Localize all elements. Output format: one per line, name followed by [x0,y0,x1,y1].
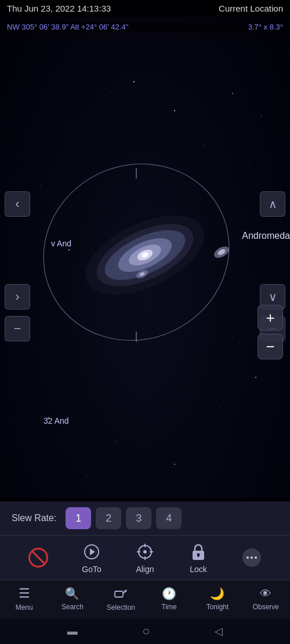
observe-label: Observe [253,603,279,611]
align-label: Align [136,565,154,574]
nav-arrow-up-right[interactable]: ∧ [260,191,285,217]
system-nav: ▬ ○ ◁ [0,618,290,644]
svg-marker-15 [90,548,95,555]
goto-button[interactable]: GoTo [79,541,104,574]
sky-view[interactable]: Thu Jun 23, 2022 14:13:33 Current Locati… [0,0,290,499]
observe-icon: 👁 [260,587,271,601]
coords-left: NW 305° 06' 38.9" Alt +24° 06' 42.4" [7,23,128,31]
nav-arrow-left[interactable]: ‹ [5,191,30,217]
lock-label: Lock [190,565,207,574]
svg-rect-25 [115,591,123,597]
slew-rate-buttons: 1 2 3 4 [66,507,182,529]
lock-icon [186,541,211,562]
slew-btn-2[interactable]: 2 [96,507,121,529]
location: Current Location [219,3,283,13]
time-icon: 🕐 [162,587,176,601]
v-and-label: v And [51,239,71,248]
datetime: Thu Jun 23, 2022 14:13:33 [7,3,111,13]
andromeda-label: Andromeda [242,231,290,241]
svg-rect-24 [198,555,199,557]
no-sign [28,548,48,567]
more-icon [239,547,264,568]
svg-point-17 [143,550,147,554]
zoom-out-button[interactable]: − [258,334,283,359]
thirty-two-and-label: 32 And [44,416,69,425]
menu-icon: ☰ [19,586,30,601]
back-button[interactable]: ◁ [215,625,223,638]
more-button[interactable] [239,547,264,568]
nav-item-menu[interactable]: ☰ Menu [0,580,48,618]
search-icon: 🔍 [65,587,79,601]
coords-bar: NW 305° 06' 38.9" Alt +24° 06' 42.4" 3.7… [0,21,290,33]
bottom-panel: Slew Rate: 1 2 3 4 GoTo [0,501,290,644]
time-label: Time [162,603,177,611]
tonight-label: Tonight [206,603,229,611]
nav-item-tonight[interactable]: 🌙 Tonight [193,580,241,618]
no-sign-icon [26,547,51,568]
nav-minus-left[interactable]: − [5,316,30,341]
selection-icon [114,586,128,601]
bottom-nav: ☰ Menu 🔍 Search Selection 🕐 Time 🌙 [0,580,290,618]
slew-btn-1[interactable]: 1 [66,507,91,529]
lock-button[interactable]: Lock [186,541,211,574]
galaxy-view [35,162,232,348]
nav-item-search[interactable]: 🔍 Search [48,580,96,618]
selection-label: Selection [107,603,135,612]
nav-item-selection[interactable]: Selection [97,580,145,618]
goto-icon [79,541,104,562]
home-button[interactable]: ○ [142,624,150,639]
nav-item-time[interactable]: 🕐 Time [145,580,193,618]
align-button[interactable]: Align [132,541,158,574]
goto-label: GoTo [82,565,101,574]
recents-button[interactable]: ▬ [67,625,78,638]
menu-label: Menu [16,603,33,612]
status-bar: Thu Jun 23, 2022 14:13:33 Current Locati… [0,0,290,17]
slew-btn-4[interactable]: 4 [156,507,182,529]
action-bar: GoTo Align [0,536,290,580]
align-icon [132,541,158,562]
slew-btn-3[interactable]: 3 [126,507,151,529]
nav-arrow-down-left[interactable]: › [5,284,30,310]
search-label: Search [61,603,84,611]
zoom-in-button[interactable]: + [258,305,283,330]
nav-item-observe[interactable]: 👁 Observe [242,580,290,618]
stop-button[interactable] [26,547,51,568]
tonight-icon: 🌙 [210,587,224,601]
slew-rate-label: Slew Rate: [12,513,56,523]
coords-right: 3.7° x 8.3° [248,23,283,31]
slew-rate-bar: Slew Rate: 1 2 3 4 [0,501,290,536]
